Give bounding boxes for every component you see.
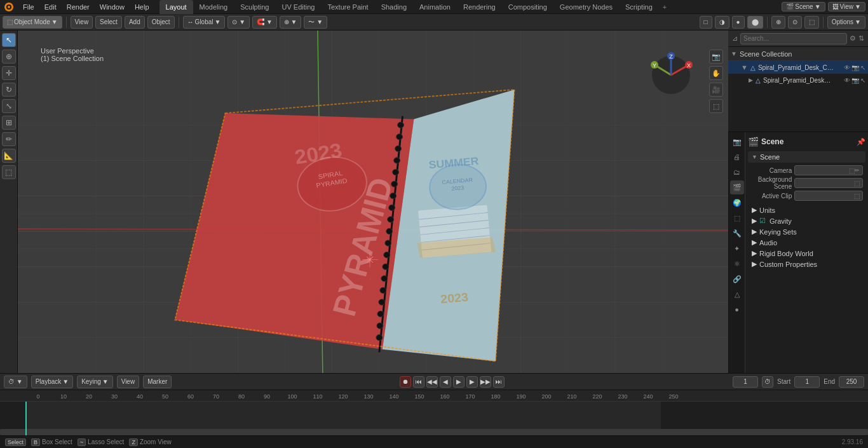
next-keyframe-btn[interactable]: ▶: [466, 376, 478, 388]
gravity-section[interactable]: ▶ ☑ Gravity: [748, 215, 865, 226]
overlay-toggle[interactable]: ⊙: [788, 16, 802, 29]
prop-tab-particles[interactable]: ✦: [730, 241, 744, 255]
prop-tab-data[interactable]: △: [730, 287, 744, 301]
menu-render[interactable]: Render: [62, 2, 95, 12]
tab-scripting[interactable]: Scripting: [619, 0, 659, 14]
prop-tab-world[interactable]: 🌍: [730, 196, 744, 210]
next-frame-btn[interactable]: ▶▶: [480, 376, 491, 388]
prop-tab-constraints[interactable]: 🔗: [730, 272, 744, 286]
tab-layout[interactable]: Layout: [159, 0, 193, 14]
prop-tab-object[interactable]: ⬚: [730, 211, 744, 225]
cursor-tool[interactable]: ⊕: [2, 50, 16, 64]
prop-tab-modifier[interactable]: 🔧: [730, 226, 744, 240]
collection-expand-icon[interactable]: ▼: [731, 50, 737, 57]
timeline-scrollbar[interactable]: [0, 429, 868, 435]
transform-tool[interactable]: ⊞: [2, 116, 16, 130]
outliner-search[interactable]: [740, 33, 847, 44]
prop-tab-view-layer[interactable]: 🗂: [730, 165, 744, 179]
play-record-btn[interactable]: ⏺: [400, 376, 411, 388]
viewport-gizmo[interactable]: X Y Z: [646, 50, 696, 100]
timeline-marker-menu[interactable]: Marker: [143, 376, 172, 388]
timeline-playback-menu[interactable]: Playback ▼: [31, 376, 73, 388]
tab-animation[interactable]: Animation: [413, 0, 457, 14]
graph-btn[interactable]: 〜 ▼: [304, 16, 327, 29]
viewport-tool-camera[interactable]: 📷: [709, 50, 723, 64]
timeline-track-area[interactable]: [0, 402, 868, 435]
prop-pin-icon[interactable]: 📌: [857, 138, 865, 146]
outliner-item-0[interactable]: ▼ △ Spiral_Pyramid_Desk_Calend... 👁 📷 ↖: [728, 61, 868, 74]
render-icon-1[interactable]: 📷: [851, 77, 859, 84]
prop-tab-scene[interactable]: 🎬: [730, 180, 744, 194]
gravity-checkbox[interactable]: ☑: [759, 217, 766, 225]
object-menu[interactable]: Object: [147, 16, 175, 29]
fps-toggle[interactable]: ⏱: [762, 376, 773, 388]
xray-toggle[interactable]: ⬚: [804, 16, 819, 29]
move-tool[interactable]: ✛: [2, 66, 16, 80]
outliner-item-1[interactable]: ▶ △ Spiral_Pyramid_Desk_Ca... 👁 📷 ↖: [728, 74, 868, 86]
menu-edit[interactable]: Edit: [39, 2, 62, 12]
jump-end-btn[interactable]: ⏭: [493, 376, 505, 388]
rigid-body-section[interactable]: ▶ Rigid Body World: [748, 248, 865, 259]
select-menu[interactable]: Select: [95, 16, 122, 29]
units-section[interactable]: ▶ Units: [748, 205, 865, 215]
rotate-tool[interactable]: ↻: [2, 83, 16, 97]
view-menu[interactable]: View: [71, 16, 93, 29]
proportional-toggle[interactable]: ⊕ ▼: [280, 16, 302, 29]
prev-frame-btn[interactable]: ◀◀: [426, 376, 438, 388]
render-icon-0[interactable]: 📷: [851, 64, 859, 71]
viewport-shading-wire[interactable]: □: [700, 16, 712, 29]
visibility-icon-1[interactable]: 👁: [844, 77, 850, 84]
viewport-shading-material[interactable]: ●: [732, 16, 745, 29]
keying-sets-section[interactable]: ▶ Keying Sets: [748, 226, 865, 237]
transform-selector[interactable]: ↔ Global ▼: [183, 16, 226, 29]
start-frame-input[interactable]: 1: [794, 376, 820, 388]
active-clip-value[interactable]: ⬚: [794, 191, 863, 201]
viewport-shading-solid[interactable]: ◑: [715, 16, 729, 29]
add-cube-tool[interactable]: ⬚: [2, 165, 16, 179]
tab-geometry-nodes[interactable]: Geometry Nodes: [553, 0, 619, 14]
viewport-tool-zoom[interactable]: 🎥: [709, 83, 723, 97]
gizmo-toggle[interactable]: ⊕: [771, 16, 785, 29]
tab-texture-paint[interactable]: Texture Paint: [321, 0, 374, 14]
tab-rendering[interactable]: Rendering: [457, 0, 502, 14]
audio-section[interactable]: ▶ Audio: [748, 237, 865, 248]
prop-tab-physics[interactable]: ⚛: [730, 257, 744, 271]
view-layer-selector[interactable]: 🖼 View ▼: [828, 2, 865, 11]
play-btn[interactable]: ▶: [453, 376, 465, 388]
select-icon-0[interactable]: ↖: [860, 64, 865, 71]
prop-tab-output[interactable]: 🖨: [730, 150, 744, 164]
current-frame-input[interactable]: 1: [733, 376, 758, 388]
timeline-view-menu[interactable]: View: [117, 376, 140, 388]
custom-props-section[interactable]: ▶ Custom Properties: [748, 259, 865, 269]
viewport-tool-layers[interactable]: ⬚: [709, 99, 723, 113]
menu-help[interactable]: Help: [130, 2, 154, 12]
timeline-editor-type[interactable]: ⏱ ▼: [4, 376, 27, 388]
viewport-tool-hand[interactable]: ✋: [709, 66, 723, 80]
prop-tab-material[interactable]: ●: [730, 302, 744, 316]
add-workspace-tab[interactable]: +: [659, 2, 670, 12]
tab-shading[interactable]: Shading: [375, 0, 413, 14]
measure-tool[interactable]: 📐: [2, 149, 16, 163]
bg-scene-value[interactable]: ⬚: [794, 178, 863, 188]
prev-keyframe-btn[interactable]: ◀: [440, 376, 451, 388]
scene-selector[interactable]: 🎬 Scene ▼: [782, 2, 825, 11]
tab-modeling[interactable]: Modeling: [193, 0, 234, 14]
blender-logo[interactable]: [3, 1, 15, 13]
scene-section-header[interactable]: ▼ Scene: [748, 151, 865, 163]
visibility-icon-0[interactable]: 👁: [844, 64, 850, 71]
timeline-playhead[interactable]: [25, 402, 27, 435]
viewport-shading-rendered[interactable]: ⬤: [747, 16, 763, 29]
object-mode-selector[interactable]: ⬚ Object Mode ▼: [3, 16, 62, 29]
outliner-sort-icon[interactable]: ⇅: [858, 34, 864, 43]
options-menu[interactable]: Options ▼: [827, 16, 865, 29]
scale-tool[interactable]: ⤡: [2, 99, 16, 113]
menu-file[interactable]: File: [18, 2, 39, 12]
tab-compositing[interactable]: Compositing: [502, 0, 553, 14]
tab-sculpting[interactable]: Sculpting: [234, 0, 275, 14]
select-icon-1[interactable]: ↖: [860, 77, 865, 84]
menu-window[interactable]: Window: [95, 2, 130, 12]
outliner-settings-icon[interactable]: ⚙: [850, 34, 856, 43]
pivot-selector[interactable]: ⊙ ▼: [227, 16, 250, 29]
annotate-tool[interactable]: ✏: [2, 132, 16, 146]
prop-tab-render[interactable]: 📷: [730, 135, 744, 149]
